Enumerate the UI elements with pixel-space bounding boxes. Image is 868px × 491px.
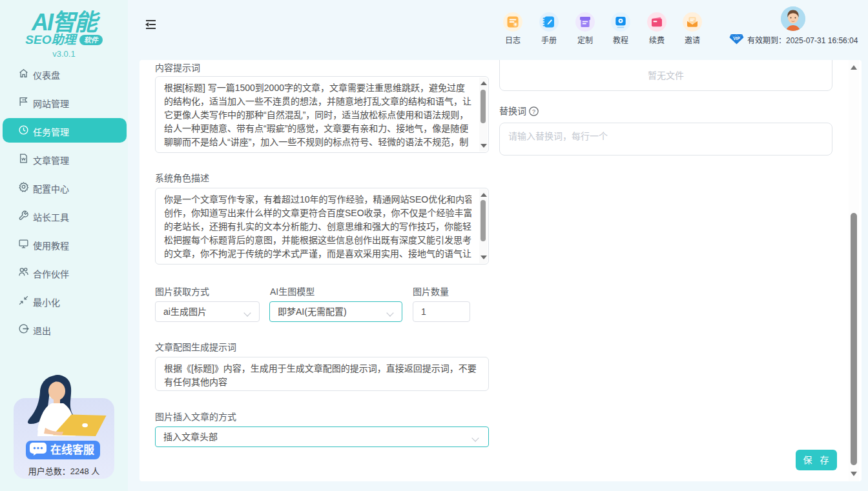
svg-text:VIP: VIP <box>733 36 740 41</box>
svg-text:?: ? <box>532 108 535 115</box>
